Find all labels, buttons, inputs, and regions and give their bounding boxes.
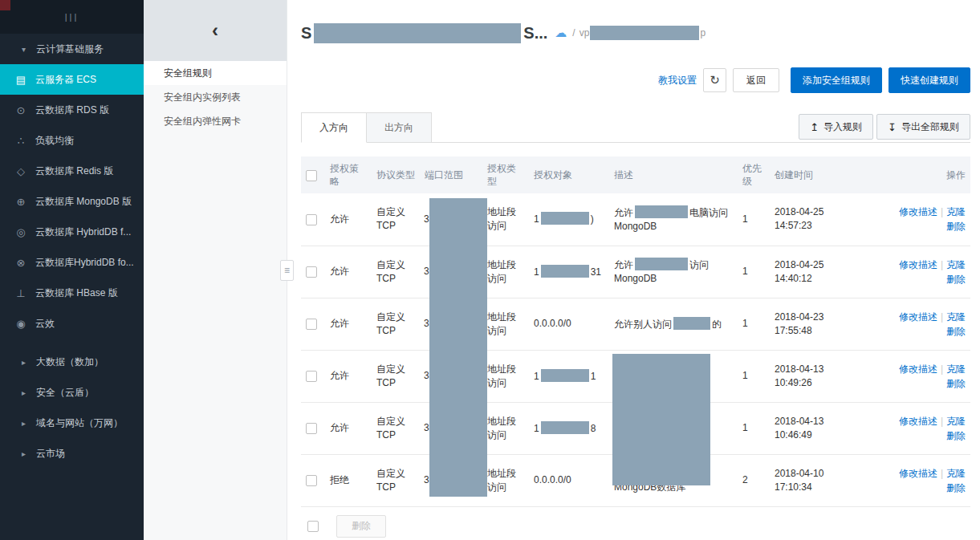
cell-protocol: 自定义 TCP	[372, 454, 420, 506]
caret-right-icon: ▸	[22, 419, 30, 428]
tab-inbound[interactable]: 入方向	[301, 112, 367, 143]
redaction-block	[541, 421, 589, 434]
collapse-panel-handle[interactable]: ≡	[280, 260, 294, 281]
modify-desc-link[interactable]: 修改描述	[899, 206, 937, 217]
row-checkbox[interactable]	[306, 266, 317, 278]
footer-select-all-checkbox[interactable]	[307, 521, 319, 532]
handle-lines-icon: ≡	[284, 265, 290, 276]
action-separator: |	[941, 416, 943, 427]
sidebar-item-redis[interactable]: ◇ 云数据库 Redis 版	[0, 156, 144, 186]
sidebar-item-label: 云数据库 MongoDB 版	[35, 195, 132, 209]
sidebar-item-hybriddb-f[interactable]: ◎ 云数据库 HybridDB f...	[0, 217, 144, 247]
sidebar-group-label: 云市场	[36, 447, 65, 461]
modify-desc-link[interactable]: 修改描述	[899, 311, 937, 323]
clone-link[interactable]: 克隆	[946, 468, 966, 479]
breadcrumb-prefix: vp	[579, 27, 590, 39]
modify-desc-link[interactable]: 修改描述	[899, 363, 937, 375]
modify-desc-link[interactable]: 修改描述	[899, 259, 937, 270]
sidebar-group-market[interactable]: ▸ 云市场	[0, 438, 144, 469]
delete-link[interactable]: 删除	[946, 378, 966, 389]
cloud-icon[interactable]: ☁	[555, 26, 567, 40]
back-header[interactable]: ‹	[144, 0, 287, 61]
title-suffix: S...	[523, 24, 547, 43]
caret-down-icon: ▾	[22, 45, 30, 54]
breadcrumb-suffix: p	[700, 27, 706, 39]
cell-created: 2018-04-1310:46:49	[770, 402, 854, 454]
cell-auth-type: 地址段访问	[482, 246, 529, 298]
delete-link[interactable]: 删除	[946, 482, 966, 493]
clone-link[interactable]: 克隆	[946, 206, 966, 217]
refresh-button[interactable]: ↻	[703, 68, 726, 92]
cell-auth-type: 地址段访问	[482, 298, 529, 350]
cell-auth-object: 18	[529, 402, 609, 454]
row-checkbox[interactable]	[306, 423, 317, 434]
sidebar-item-mongodb[interactable]: ⊕ 云数据库 MongoDB 版	[0, 186, 144, 217]
quick-create-rule-button[interactable]: 快速创建规则	[889, 67, 970, 93]
cell-created: 2018-04-2514:57:23	[770, 193, 854, 246]
cell-auth-object: 0.0.0.0/0	[529, 298, 609, 350]
tab-outbound[interactable]: 出方向	[367, 112, 432, 143]
cell-protocol: 自定义 TCP	[372, 298, 420, 350]
sidebar-item-yunxiao[interactable]: ◉ 云效	[0, 308, 144, 339]
batch-delete-button[interactable]: 删除	[336, 515, 386, 538]
hybriddb-postgres-icon: ⊗	[14, 257, 27, 269]
sidebar-group-bigdata[interactable]: ▸ 大数据（数加）	[0, 347, 144, 377]
sidebar-item-rds[interactable]: ⊙ 云数据库 RDS 版	[0, 95, 144, 125]
teach-me-setup-link[interactable]: 教我设置	[658, 74, 697, 87]
cell-checkbox	[301, 402, 325, 454]
download-icon: ↧	[888, 122, 897, 132]
clone-link[interactable]: 克隆	[946, 259, 966, 270]
action-separator: |	[941, 311, 943, 323]
hybriddb-icon: ◎	[14, 226, 27, 238]
rule-row: 允许 自定义 TCP 3 地址段访问 1) 允许电脑访问MongoDB 1 20…	[301, 193, 970, 246]
redaction-description-block	[612, 354, 710, 485]
delete-link[interactable]: 删除	[946, 326, 966, 337]
sidebar-item-hbase[interactable]: ⊥ 云数据库 HBase 版	[0, 278, 144, 308]
export-all-rules-button[interactable]: ↧ 导出全部规则	[876, 114, 970, 140]
select-all-checkbox[interactable]	[306, 170, 317, 181]
modify-desc-link[interactable]: 修改描述	[899, 416, 937, 427]
import-rules-button[interactable]: ↥ 导入规则	[799, 114, 873, 140]
clone-link[interactable]: 克隆	[946, 363, 966, 375]
redaction-title	[314, 23, 521, 43]
row-checkbox[interactable]	[306, 371, 317, 382]
primary-sidebar: ||| ▾ 云计算基础服务 ▤ 云服务器 ECS ⊙ 云数据库 RDS 版 ∴ …	[0, 0, 144, 540]
sidebar-item-ecs[interactable]: ▤ 云服务器 ECS	[0, 64, 144, 95]
col-description: 描述	[609, 156, 738, 193]
subnav-instances-in-group[interactable]: 安全组内实例列表	[144, 85, 287, 109]
hbase-icon: ⊥	[14, 287, 27, 299]
title-prefix: S	[301, 24, 311, 43]
sidebar-group-cloud-basic[interactable]: ▾ 云计算基础服务	[0, 34, 144, 64]
cell-actions: 修改描述|克隆 删除	[854, 350, 970, 402]
cell-actions: 修改描述|克隆 删除	[854, 298, 970, 350]
cell-auth-object: 1)	[529, 193, 609, 246]
sidebar-item-label: 云数据库 HBase 版	[35, 286, 118, 300]
sidebar-group-domain[interactable]: ▸ 域名与网站（万网）	[0, 408, 144, 438]
row-checkbox[interactable]	[306, 319, 317, 330]
sidebar-item-slb[interactable]: ∴ 负载均衡	[0, 125, 144, 156]
cell-description: 允许访问MongoDB	[609, 246, 738, 298]
sidebar-group-security[interactable]: ▸ 安全（云盾）	[0, 377, 144, 408]
cell-created: 2018-04-1017:10:34	[770, 454, 854, 506]
clone-link[interactable]: 克隆	[946, 311, 966, 323]
sidebar-item-hybriddb-fo[interactable]: ⊗ 云数据库HybridDB fo...	[0, 247, 144, 278]
col-port-range: 端口范围	[420, 156, 482, 193]
cell-actions: 修改描述|克隆 删除	[854, 454, 970, 506]
row-checkbox[interactable]	[306, 475, 317, 486]
clone-link[interactable]: 克隆	[946, 416, 966, 427]
delete-link[interactable]: 删除	[946, 221, 966, 232]
add-security-group-rule-button[interactable]: 添加安全组规则	[791, 67, 882, 93]
subnav-security-group-rules[interactable]: 安全组规则	[144, 61, 287, 85]
delete-link[interactable]: 删除	[946, 430, 966, 441]
cell-checkbox	[301, 454, 325, 506]
back-button[interactable]: 返回	[733, 68, 779, 92]
cell-policy: 允许	[325, 402, 372, 454]
row-checkbox[interactable]	[306, 214, 317, 225]
table-header-row: 授权策略 协议类型 端口范围 授权类型 授权对象 描述 优先级 创建时间 操作	[301, 156, 970, 193]
subnav-enis-in-group[interactable]: 安全组内弹性网卡	[144, 109, 287, 133]
modify-desc-link[interactable]: 修改描述	[899, 468, 937, 479]
delete-link[interactable]: 删除	[946, 274, 966, 285]
sidebar-group-label: 云计算基础服务	[36, 43, 104, 56]
rds-icon: ⊙	[14, 104, 27, 116]
menu-icon[interactable]: |||	[65, 12, 79, 22]
